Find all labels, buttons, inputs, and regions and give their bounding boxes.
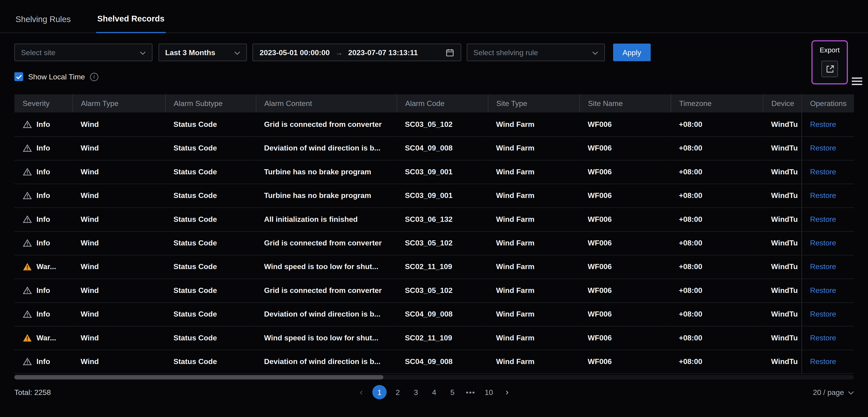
cell-alarm-type: Wind	[72, 350, 165, 373]
time-range-select[interactable]: Last 3 Months	[159, 43, 247, 61]
horizontal-scrollbar[interactable]	[14, 375, 854, 379]
cell-severity: Info	[14, 160, 72, 183]
restore-link[interactable]: Restore	[810, 192, 836, 200]
info-icon[interactable]: i	[90, 72, 98, 81]
pagination-page-10[interactable]: 10	[482, 385, 496, 399]
cell-alarm-type: Wind	[72, 183, 165, 207]
cell-alarm-subtype: Status Code	[165, 326, 256, 350]
pagination-prev[interactable]: ‹	[354, 385, 369, 399]
severity-label: Info	[36, 286, 50, 294]
restore-link[interactable]: Restore	[810, 334, 836, 342]
page-size-select[interactable]: 20 / page	[813, 388, 854, 396]
date-range-picker[interactable]: 2023-05-01 00:00:00 → 2023-07-07 13:13:1…	[252, 43, 461, 61]
info-triangle-icon	[23, 286, 32, 294]
cell-alarm-content: Wind speed is too low for shut...	[256, 255, 397, 279]
cell-alarm-content: Deviation of wind direction is b...	[256, 136, 397, 160]
cell-device: WindTu	[763, 302, 802, 326]
column-header-alarm-subtype: Alarm Subtype	[165, 94, 256, 112]
restore-link[interactable]: Restore	[810, 310, 836, 318]
pagination-ellipsis[interactable]: •••	[463, 385, 478, 399]
info-triangle-icon	[23, 168, 32, 176]
pagination-page-2[interactable]: 2	[391, 385, 405, 399]
restore-link[interactable]: Restore	[810, 286, 836, 294]
table-row: InfoWindStatus CodeGrid is connected fro…	[14, 279, 854, 302]
pagination-page-3[interactable]: 3	[409, 385, 423, 399]
cell-operations: Restore	[802, 255, 854, 279]
restore-link[interactable]: Restore	[810, 144, 836, 152]
column-header-severity: Severity	[14, 94, 72, 112]
info-triangle-icon	[23, 239, 32, 247]
cell-alarm-code: SC04_09_008	[397, 350, 488, 373]
table-row: InfoWindStatus CodeAll initialization is…	[14, 207, 854, 231]
cell-alarm-subtype: Status Code	[165, 302, 256, 326]
table-row: InfoWindStatus CodeDeviation of wind dir…	[14, 136, 854, 160]
cell-device: WindTu	[763, 350, 802, 373]
shelving-rule-select[interactable]: Select shelving rule	[467, 43, 605, 61]
cell-device: WindTu	[763, 160, 802, 183]
show-local-time-checkbox[interactable]	[14, 72, 23, 81]
cell-alarm-code: SC03_05_102	[397, 112, 488, 136]
apply-button[interactable]: Apply	[613, 43, 651, 61]
cell-alarm-type: Wind	[72, 207, 165, 231]
cell-severity: Info	[14, 136, 72, 160]
cell-severity: Info	[14, 279, 72, 302]
date-start-value[interactable]: 2023-05-01 00:00:00	[259, 48, 330, 57]
export-icon	[825, 64, 834, 74]
cell-alarm-content: Deviation of wind direction is b...	[256, 350, 397, 373]
tab-shelved-records[interactable]: Shelved Records	[96, 14, 165, 33]
cell-alarm-content: Deviation of wind direction is b...	[256, 302, 397, 326]
column-header-site-type: Site Type	[488, 94, 579, 112]
tab-shelving-rules[interactable]: Shelving Rules	[14, 14, 72, 33]
restore-link[interactable]: Restore	[810, 239, 836, 247]
table-row: War...WindStatus CodeWind speed is too l…	[14, 255, 854, 279]
column-settings-button[interactable]	[852, 77, 862, 85]
pagination-page-4[interactable]: 4	[427, 385, 441, 399]
column-header-alarm-code: Alarm Code	[397, 94, 488, 112]
restore-link[interactable]: Restore	[810, 168, 836, 176]
date-end-value[interactable]: 2023-07-07 13:13:11	[348, 48, 418, 57]
table-header-row: SeverityAlarm TypeAlarm SubtypeAlarm Con…	[14, 94, 854, 112]
cell-severity: Info	[14, 183, 72, 207]
time-range-value: Last 3 Months	[165, 48, 215, 57]
info-triangle-icon	[23, 357, 32, 366]
cell-device: WindTu	[763, 326, 802, 350]
restore-link[interactable]: Restore	[810, 357, 836, 366]
restore-link[interactable]: Restore	[810, 263, 836, 271]
cell-site-type: Wind Farm	[488, 160, 579, 183]
footer: Total: 2258 ‹12345•••10› 20 / page	[0, 379, 868, 396]
scrollbar-thumb[interactable]	[14, 375, 383, 379]
cell-timezone: +08:00	[671, 183, 763, 207]
pagination-next[interactable]: ›	[500, 385, 514, 399]
pagination-page-1[interactable]: 1	[372, 385, 386, 399]
cell-alarm-code: SC03_09_001	[397, 160, 488, 183]
severity-label: War...	[36, 263, 56, 271]
cell-alarm-code: SC03_06_132	[397, 207, 488, 231]
filter-bar: Select site Last 3 Months 2023-05-01 00:…	[0, 33, 868, 61]
cell-timezone: +08:00	[671, 136, 763, 160]
cell-timezone: +08:00	[671, 160, 763, 183]
info-triangle-icon	[23, 215, 32, 223]
cell-alarm-subtype: Status Code	[165, 231, 256, 255]
export-button[interactable]	[822, 61, 838, 77]
cell-operations: Restore	[802, 279, 854, 302]
cell-alarm-content: Grid is connected from converter	[256, 279, 397, 302]
cell-site-type: Wind Farm	[488, 279, 579, 302]
cell-alarm-content: Turbine has no brake program	[256, 160, 397, 183]
table-body: InfoWindStatus CodeGrid is connected fro…	[14, 112, 854, 373]
cell-timezone: +08:00	[671, 326, 763, 350]
cell-severity: Info	[14, 350, 72, 373]
cell-alarm-subtype: Status Code	[165, 207, 256, 231]
restore-link[interactable]: Restore	[810, 120, 836, 129]
cell-alarm-content: Wind speed is too low for shut...	[256, 326, 397, 350]
info-triangle-icon	[23, 144, 32, 152]
severity-label: Info	[36, 168, 50, 176]
chevron-down-icon	[848, 388, 854, 396]
table-row: InfoWindStatus CodeGrid is connected fro…	[14, 112, 854, 136]
site-select[interactable]: Select site	[14, 43, 153, 61]
info-triangle-icon	[23, 310, 32, 318]
restore-link[interactable]: Restore	[810, 215, 836, 223]
cell-severity: War...	[14, 255, 72, 279]
pagination-page-5[interactable]: 5	[445, 385, 460, 399]
cell-alarm-subtype: Status Code	[165, 160, 256, 183]
chevron-down-icon	[234, 48, 240, 57]
